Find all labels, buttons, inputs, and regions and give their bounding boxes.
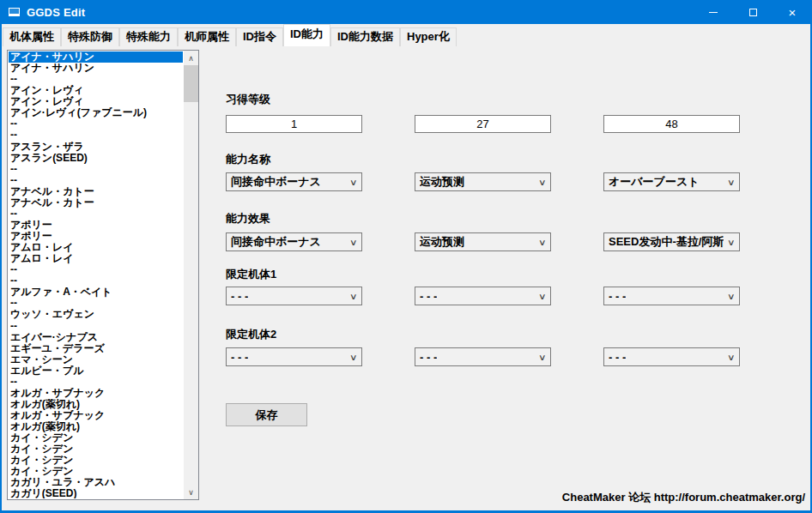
form-label-0: 习得等级 xyxy=(226,92,270,107)
chevron-down-icon: ∨ xyxy=(538,238,547,247)
chevron-down-icon: ∨ xyxy=(727,178,736,187)
chevron-down-icon: ∨ xyxy=(349,238,358,247)
chevron-down-icon: ∨ xyxy=(349,178,358,187)
dropdown-value: 运动预测 xyxy=(420,234,464,250)
caption-buttons: × xyxy=(694,0,812,24)
list-item[interactable]: カイ・シデン xyxy=(9,432,183,444)
list-item[interactable]: オルガ(薬切れ) xyxy=(9,421,183,432)
list-item[interactable]: -- xyxy=(9,130,183,141)
dropdown-row3-col2[interactable]: - - -∨ xyxy=(603,287,740,305)
form-label-2: 能力效果 xyxy=(226,211,270,226)
tab-0[interactable]: 机体属性 xyxy=(3,27,61,46)
list-item[interactable]: アイン・レヴィ xyxy=(9,85,183,96)
list-item[interactable]: カガリ・ユラ・アスハ xyxy=(9,477,183,488)
list-item[interactable]: オルガ(薬切れ) xyxy=(9,399,183,410)
list-item[interactable]: エルビー・プル xyxy=(9,365,183,377)
list-item[interactable]: -- xyxy=(9,298,183,309)
list-item[interactable]: エギーユ・デラーズ xyxy=(9,343,183,354)
dropdown-value: オーバーブースト xyxy=(609,174,700,190)
dropdown-row1-col1[interactable]: 运动预测∨ xyxy=(415,172,551,191)
dropdown-row4-col1[interactable]: - - -∨ xyxy=(415,347,551,366)
list-item[interactable]: アイン·レヴィ(ファブニール) xyxy=(9,107,183,118)
pilot-list: アイナ・サハリンアイナ・サハリン--アイン・レヴィアイン・レヴィアイン·レヴィ(… xyxy=(9,51,183,498)
list-item[interactable]: -- xyxy=(9,208,183,220)
list-item[interactable]: アムロ・レイ xyxy=(9,253,183,264)
list-item[interactable]: -- xyxy=(9,321,183,332)
app-window: GGDS Edit × 机体属性特殊防御特殊能力机师属性ID指令ID能力ID能力… xyxy=(0,0,812,513)
list-scrollbar[interactable]: ∧ ∨ xyxy=(184,51,198,499)
scrollbar-thumb[interactable] xyxy=(184,65,198,102)
tab-7[interactable]: Hyper化 xyxy=(400,27,457,46)
scroll-down-button[interactable]: ∨ xyxy=(184,485,198,499)
dropdown-value: 运动预测 xyxy=(420,174,464,190)
maximize-icon xyxy=(749,9,757,16)
list-item[interactable]: エイバー·シナプス xyxy=(9,332,183,343)
dropdown-row2-col2[interactable]: SEED发动中-基拉/阿斯兰/∨ xyxy=(603,232,740,251)
dropdown-row4-col2[interactable]: - - -∨ xyxy=(603,347,740,366)
list-item[interactable]: カガリ(SEED) xyxy=(9,488,183,498)
dropdown-value: SEED发动中-基拉/阿斯兰/ xyxy=(609,234,724,250)
list-item[interactable]: -- xyxy=(9,74,183,85)
window-border-left xyxy=(0,0,2,513)
list-item[interactable]: アイナ・サハリン xyxy=(9,51,183,63)
list-item[interactable]: アイン・レヴィ xyxy=(9,96,183,107)
list-item[interactable]: -- xyxy=(9,118,183,130)
form-label-3: 限定机体1 xyxy=(226,267,276,282)
list-item[interactable]: -- xyxy=(9,264,183,275)
level-input-2[interactable] xyxy=(603,115,740,133)
close-icon: × xyxy=(789,6,797,19)
dropdown-value: - - - xyxy=(231,290,248,303)
dropdown-value: - - - xyxy=(609,290,626,303)
chevron-down-icon: ∨ xyxy=(349,353,358,362)
list-item[interactable]: アスラン・ザラ xyxy=(9,142,183,153)
dropdown-row2-col0[interactable]: 间接命中ボーナス∨ xyxy=(226,232,362,251)
chevron-down-icon: ∨ xyxy=(538,353,547,362)
list-item[interactable]: -- xyxy=(9,175,183,186)
list-item[interactable]: アルファ・A・ベイト xyxy=(9,287,183,298)
tab-2[interactable]: 特殊能力 xyxy=(119,27,178,46)
chevron-down-icon: ∨ xyxy=(349,292,358,301)
app-icon xyxy=(9,8,20,16)
list-item[interactable]: アポリー xyxy=(9,231,183,242)
list-item[interactable]: アスラン(SEED) xyxy=(9,153,183,164)
dropdown-value: - - - xyxy=(231,351,248,364)
list-item[interactable]: ウッソ・エヴェン xyxy=(9,309,183,320)
list-item[interactable]: オルガ・サブナック xyxy=(9,410,183,421)
dropdown-row4-col0[interactable]: - - -∨ xyxy=(226,347,362,366)
form-label-4: 限定机体2 xyxy=(226,327,276,342)
dropdown-row1-col0[interactable]: 间接命中ボーナス∨ xyxy=(226,172,362,191)
tab-4[interactable]: ID指令 xyxy=(236,27,283,46)
dropdown-row3-col1[interactable]: - - -∨ xyxy=(415,287,551,305)
list-item[interactable]: アナベル・カトー xyxy=(9,197,183,208)
list-item[interactable]: アイナ・サハリン xyxy=(9,63,183,74)
tab-6[interactable]: ID能力数据 xyxy=(330,27,400,46)
tab-5[interactable]: ID能力 xyxy=(283,24,330,46)
list-item[interactable]: エマ・シーン xyxy=(9,354,183,365)
dropdown-row1-col2[interactable]: オーバーブースト∨ xyxy=(603,172,740,191)
level-input-0[interactable] xyxy=(226,115,362,133)
list-item[interactable]: アポリー xyxy=(9,220,183,231)
list-item[interactable]: アムロ・レイ xyxy=(9,242,183,253)
level-input-1[interactable] xyxy=(415,115,551,133)
title-bar: GGDS Edit × xyxy=(0,0,812,24)
close-button[interactable]: × xyxy=(773,0,812,24)
minimize-button[interactable] xyxy=(694,0,733,24)
list-item[interactable]: -- xyxy=(9,164,183,175)
chevron-down-icon: ∨ xyxy=(538,292,547,301)
save-button[interactable]: 保存 xyxy=(226,403,307,426)
tab-3[interactable]: 机师属性 xyxy=(178,27,236,46)
scroll-up-icon: ∧ xyxy=(188,54,194,63)
list-item[interactable]: オルガ・サブナック xyxy=(9,388,183,399)
list-item[interactable]: -- xyxy=(9,275,183,287)
list-item[interactable]: -- xyxy=(9,377,183,388)
list-item[interactable]: アナベル・カトー xyxy=(9,186,183,197)
dropdown-row3-col0[interactable]: - - -∨ xyxy=(226,287,362,305)
list-item[interactable]: カイ・シデン xyxy=(9,444,183,455)
scroll-up-button[interactable]: ∧ xyxy=(184,51,198,65)
maximize-button[interactable] xyxy=(733,0,773,24)
tab-1[interactable]: 特殊防御 xyxy=(61,27,119,46)
list-item[interactable]: カイ・シデン xyxy=(9,466,183,477)
window-title: GGDS Edit xyxy=(27,6,85,19)
list-item[interactable]: カイ・シデン xyxy=(9,455,183,466)
dropdown-row2-col1[interactable]: 运动预测∨ xyxy=(415,232,551,251)
